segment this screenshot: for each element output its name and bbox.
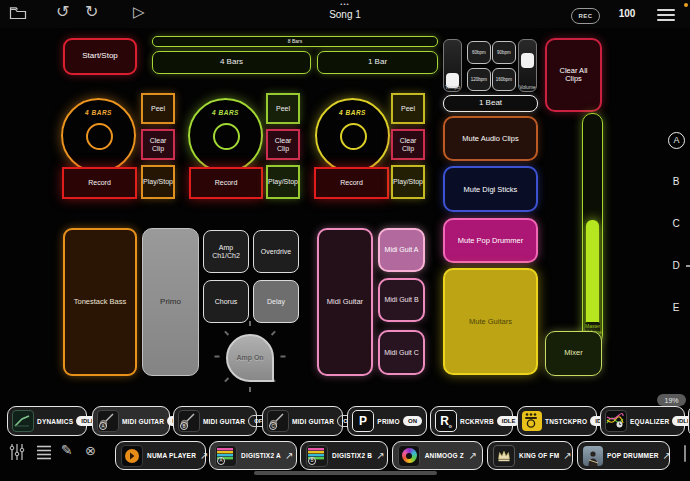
expand-icon[interactable]: ↗ [563, 450, 571, 461]
overdrive-button[interactable]: Overdrive [253, 230, 299, 273]
instrument-slot-king-of-fm[interactable]: KING OF FM ↗ [487, 441, 573, 470]
one-beat-button[interactable]: 1 Beat [443, 95, 538, 112]
peel-button-1[interactable]: Peel [141, 93, 175, 124]
notification-dot [684, 3, 688, 7]
plugin-slot-primo[interactable]: P PRIMO ON [347, 406, 427, 436]
expand-icon[interactable]: ↗ [663, 450, 671, 461]
play-icon[interactable]: ▷ [133, 4, 145, 20]
play-stop-button-3[interactable]: Play/Stop [391, 165, 425, 199]
midi-guitar-button[interactable]: Midi Guitar [317, 228, 373, 376]
home-indicator[interactable] [254, 471, 437, 475]
plugin-slot-tnstckpro[interactable]: TNSTCKPRO IDLE [517, 406, 597, 436]
tempo-value[interactable]: 100 [612, 8, 642, 19]
mute-audio-clips-button[interactable]: Mute Audio Clips [443, 116, 538, 161]
page-tab-b[interactable]: B [667, 176, 685, 187]
page-tab-a-active[interactable]: A [668, 132, 685, 149]
clear-clip-button-1[interactable]: Clear Clip [141, 129, 175, 160]
compressor-icon [12, 410, 34, 432]
pencil-icon[interactable]: ✎ [61, 442, 73, 458]
circle-x-icon[interactable]: ⊗ [85, 443, 96, 458]
midi-guit-c-button[interactable]: Midi Guit C [378, 330, 425, 375]
loop-dial-1-center[interactable] [86, 123, 113, 150]
tempo-preset-90bpm[interactable]: 90bpm [492, 41, 516, 64]
clear-all-clips-button[interactable]: Clear All Clips [545, 38, 602, 112]
animoog-swirl-icon [398, 445, 420, 467]
play-stop-button-1[interactable]: Play/Stop [141, 165, 175, 199]
peel-button-3[interactable]: Peel [391, 93, 425, 124]
song-title[interactable]: Song 1 [295, 9, 395, 20]
tempo-preset-160bpm[interactable]: 160bpm [492, 68, 516, 91]
plugin-slot-rckrvrb[interactable]: Ro RCKRVRB IDLE [430, 406, 513, 436]
page-tab-d[interactable]: D [667, 260, 685, 271]
loop-dial-3[interactable]: 4 BARS [315, 98, 390, 173]
page-tab-e[interactable]: E [667, 302, 685, 313]
play-stop-button-2[interactable]: Play/Stop [266, 165, 300, 199]
plugin-slot-dynamics[interactable]: DYNAMICS IDLE [7, 406, 87, 436]
digistix-icon: A [215, 445, 237, 467]
loop-dial-2[interactable]: 4 BARS [188, 98, 263, 173]
loop-dial-1[interactable]: 4 BARS [61, 98, 136, 173]
menu-icon[interactable] [657, 9, 675, 21]
peel-button-2[interactable]: Peel [266, 93, 300, 124]
tempo-preset-60bpm[interactable]: 60bpm [467, 41, 491, 64]
tonestack-bass-button[interactable]: Tonestack Bass [63, 228, 137, 376]
mixer-button[interactable]: Mixer [545, 331, 602, 376]
expand-icon[interactable]: ↗ [285, 450, 293, 461]
tempo-preset-120bpm[interactable]: 120bpm [467, 68, 491, 91]
mute-pop-drummer-button[interactable]: Mute Pop Drummer [443, 218, 538, 263]
folder-icon[interactable] [9, 6, 27, 23]
strip-scroll-divider [684, 445, 686, 462]
expand-icon[interactable]: ↗ [469, 450, 477, 461]
cpu-usage-badge: 19% [657, 394, 686, 406]
list-icon[interactable] [35, 443, 53, 465]
plugin-state-badge: ON [403, 416, 422, 426]
instrument-slot-digistix2-a[interactable]: A DIGISTIX2 A ↗ [209, 441, 297, 470]
start-stop-button[interactable]: Start/Stop [63, 38, 137, 75]
record-button-3[interactable]: Record [314, 167, 389, 199]
loop-dial-3-center[interactable] [340, 123, 367, 150]
instrument-slot-pop-drummer[interactable]: POP DRUMMER ↗ [577, 441, 670, 470]
instrument-slot-digistix2-b[interactable]: B DIGISTIX2 B ↗ [300, 441, 388, 470]
expand-icon[interactable]: ↗ [376, 450, 384, 461]
master-volume-slider[interactable]: Master Volume [582, 113, 603, 345]
rec-button[interactable]: REC [571, 8, 600, 24]
one-bar-button[interactable]: 1 Bar [317, 51, 438, 74]
guitar-icon: B [178, 410, 200, 432]
amp-on-knob[interactable]: Amp On [226, 334, 274, 382]
plugin-slot-midi-guitar-c[interactable]: C MIDI GUITAR OFF [262, 406, 343, 436]
primo-button[interactable]: Primo [142, 228, 199, 376]
volume-slider[interactable]: Volume [518, 39, 537, 92]
four-bars-button[interactable]: 4 Bars [152, 51, 311, 74]
redo-icon[interactable]: ↻ [85, 4, 98, 20]
clear-clip-button-2[interactable]: Clear Clip [266, 129, 300, 160]
mixer-faders-icon[interactable] [8, 443, 26, 465]
guitar-icon: C [267, 410, 289, 432]
plugin-slot-midi-guitar-b[interactable]: B MIDI GUITAR OFF [173, 406, 257, 436]
midi-guit-b-button[interactable]: Midi Guit B [378, 278, 425, 322]
reverb-r-icon: Ro [435, 410, 457, 432]
tempo-slider[interactable]: Tempo [443, 39, 462, 92]
record-button-1[interactable]: Record [62, 167, 137, 199]
mute-digi-sticks-button[interactable]: Mute Digi Sticks [443, 166, 538, 212]
instrument-slot-numa-player[interactable]: NUMA PLAYER ↗ [115, 441, 206, 470]
page-tab-c[interactable]: C [667, 218, 685, 229]
undo-icon[interactable]: ↺ [56, 4, 69, 20]
digistix-icon: B [306, 445, 328, 467]
song-options-dots[interactable]: ••• [295, 1, 395, 7]
plugin-slot-midi-guitar-a[interactable]: A MIDI GUITAR IDLE [92, 406, 170, 436]
midi-guit-a-button[interactable]: Midi Guit A [378, 228, 425, 272]
loop-dial-2-center[interactable] [213, 123, 240, 150]
volume-slider-thumb[interactable] [521, 53, 534, 68]
eight-bars-strip[interactable]: 8 Bars [152, 36, 438, 47]
loopy-pro-app: ↺ ↻ ▷ ••• Song 1 REC 100 Start/Stop 8 Ba… [0, 0, 690, 481]
instrument-slot-animoog-z[interactable]: ANIMOOG Z ↗ [392, 441, 483, 470]
numa-player-icon [121, 445, 143, 467]
delay-button[interactable]: Delay [253, 280, 299, 323]
plugin-slot-equalizer[interactable]: EQUALIZER IDLE [600, 406, 685, 436]
record-button-2[interactable]: Record [189, 167, 263, 199]
clear-clip-button-3[interactable]: Clear Clip [391, 129, 425, 160]
chorus-button[interactable]: Chorus [203, 280, 249, 323]
mute-guitars-button[interactable]: Mute Guitars [443, 268, 538, 375]
expand-icon[interactable]: ↗ [200, 450, 208, 461]
amp-ch1-ch2-button[interactable]: Amp Ch1/Ch2 [203, 230, 249, 273]
